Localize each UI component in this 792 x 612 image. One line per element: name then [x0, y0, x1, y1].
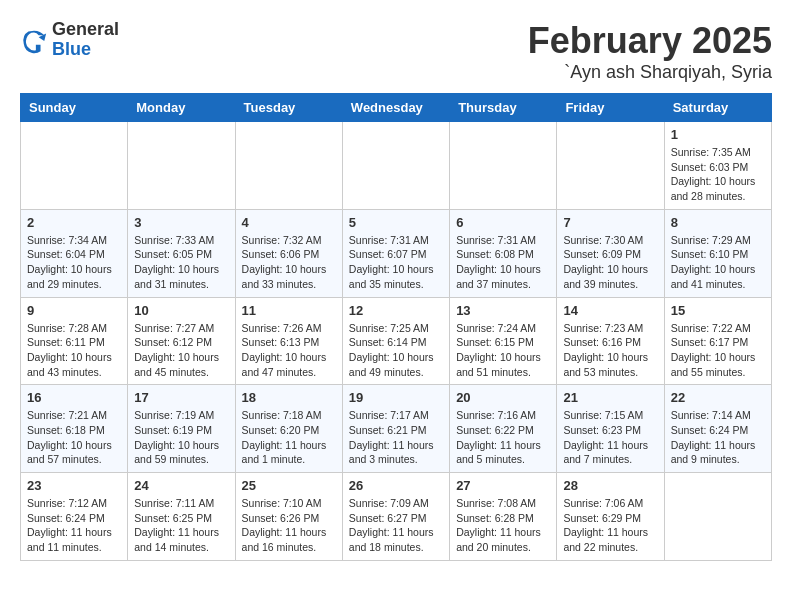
calendar-header-monday: Monday [128, 94, 235, 122]
page-header: General Blue February 2025 `Ayn ash Shar… [20, 20, 772, 83]
day-info: Sunrise: 7:18 AM Sunset: 6:20 PM Dayligh… [242, 408, 336, 467]
day-info: Sunrise: 7:35 AM Sunset: 6:03 PM Dayligh… [671, 145, 765, 204]
calendar-cell: 15Sunrise: 7:22 AM Sunset: 6:17 PM Dayli… [664, 297, 771, 385]
calendar-cell: 26Sunrise: 7:09 AM Sunset: 6:27 PM Dayli… [342, 473, 449, 561]
day-info: Sunrise: 7:29 AM Sunset: 6:10 PM Dayligh… [671, 233, 765, 292]
day-info: Sunrise: 7:16 AM Sunset: 6:22 PM Dayligh… [456, 408, 550, 467]
calendar-cell: 18Sunrise: 7:18 AM Sunset: 6:20 PM Dayli… [235, 385, 342, 473]
day-number: 23 [27, 478, 121, 493]
day-info: Sunrise: 7:10 AM Sunset: 6:26 PM Dayligh… [242, 496, 336, 555]
day-number: 18 [242, 390, 336, 405]
day-info: Sunrise: 7:14 AM Sunset: 6:24 PM Dayligh… [671, 408, 765, 467]
day-info: Sunrise: 7:21 AM Sunset: 6:18 PM Dayligh… [27, 408, 121, 467]
logo-text: General Blue [52, 20, 119, 60]
calendar-cell: 11Sunrise: 7:26 AM Sunset: 6:13 PM Dayli… [235, 297, 342, 385]
month-title: February 2025 [528, 20, 772, 62]
calendar-cell: 21Sunrise: 7:15 AM Sunset: 6:23 PM Dayli… [557, 385, 664, 473]
day-number: 19 [349, 390, 443, 405]
calendar-header-tuesday: Tuesday [235, 94, 342, 122]
day-info: Sunrise: 7:24 AM Sunset: 6:15 PM Dayligh… [456, 321, 550, 380]
day-info: Sunrise: 7:27 AM Sunset: 6:12 PM Dayligh… [134, 321, 228, 380]
day-number: 10 [134, 303, 228, 318]
day-number: 13 [456, 303, 550, 318]
logo-icon [20, 26, 48, 54]
calendar-cell: 9Sunrise: 7:28 AM Sunset: 6:11 PM Daylig… [21, 297, 128, 385]
day-number: 28 [563, 478, 657, 493]
calendar-week-5: 23Sunrise: 7:12 AM Sunset: 6:24 PM Dayli… [21, 473, 772, 561]
calendar-cell: 10Sunrise: 7:27 AM Sunset: 6:12 PM Dayli… [128, 297, 235, 385]
calendar: SundayMondayTuesdayWednesdayThursdayFrid… [20, 93, 772, 561]
calendar-header-thursday: Thursday [450, 94, 557, 122]
day-number: 8 [671, 215, 765, 230]
calendar-cell [235, 122, 342, 210]
calendar-cell: 4Sunrise: 7:32 AM Sunset: 6:06 PM Daylig… [235, 209, 342, 297]
calendar-cell: 20Sunrise: 7:16 AM Sunset: 6:22 PM Dayli… [450, 385, 557, 473]
calendar-cell [450, 122, 557, 210]
day-number: 9 [27, 303, 121, 318]
calendar-cell: 1Sunrise: 7:35 AM Sunset: 6:03 PM Daylig… [664, 122, 771, 210]
calendar-cell: 14Sunrise: 7:23 AM Sunset: 6:16 PM Dayli… [557, 297, 664, 385]
day-number: 24 [134, 478, 228, 493]
day-number: 14 [563, 303, 657, 318]
calendar-cell: 28Sunrise: 7:06 AM Sunset: 6:29 PM Dayli… [557, 473, 664, 561]
day-info: Sunrise: 7:15 AM Sunset: 6:23 PM Dayligh… [563, 408, 657, 467]
calendar-cell [128, 122, 235, 210]
day-info: Sunrise: 7:30 AM Sunset: 6:09 PM Dayligh… [563, 233, 657, 292]
calendar-cell: 12Sunrise: 7:25 AM Sunset: 6:14 PM Dayli… [342, 297, 449, 385]
day-info: Sunrise: 7:11 AM Sunset: 6:25 PM Dayligh… [134, 496, 228, 555]
calendar-cell: 25Sunrise: 7:10 AM Sunset: 6:26 PM Dayli… [235, 473, 342, 561]
calendar-cell [557, 122, 664, 210]
title-block: February 2025 `Ayn ash Sharqiyah, Syria [528, 20, 772, 83]
calendar-week-4: 16Sunrise: 7:21 AM Sunset: 6:18 PM Dayli… [21, 385, 772, 473]
calendar-header-row: SundayMondayTuesdayWednesdayThursdayFrid… [21, 94, 772, 122]
day-info: Sunrise: 7:12 AM Sunset: 6:24 PM Dayligh… [27, 496, 121, 555]
calendar-header-wednesday: Wednesday [342, 94, 449, 122]
day-number: 7 [563, 215, 657, 230]
logo-blue: Blue [52, 40, 119, 60]
day-number: 27 [456, 478, 550, 493]
day-number: 22 [671, 390, 765, 405]
day-number: 3 [134, 215, 228, 230]
day-info: Sunrise: 7:17 AM Sunset: 6:21 PM Dayligh… [349, 408, 443, 467]
day-info: Sunrise: 7:09 AM Sunset: 6:27 PM Dayligh… [349, 496, 443, 555]
calendar-header-friday: Friday [557, 94, 664, 122]
calendar-cell: 3Sunrise: 7:33 AM Sunset: 6:05 PM Daylig… [128, 209, 235, 297]
location-title: `Ayn ash Sharqiyah, Syria [528, 62, 772, 83]
calendar-cell: 19Sunrise: 7:17 AM Sunset: 6:21 PM Dayli… [342, 385, 449, 473]
day-info: Sunrise: 7:22 AM Sunset: 6:17 PM Dayligh… [671, 321, 765, 380]
day-info: Sunrise: 7:31 AM Sunset: 6:08 PM Dayligh… [456, 233, 550, 292]
calendar-week-1: 1Sunrise: 7:35 AM Sunset: 6:03 PM Daylig… [21, 122, 772, 210]
calendar-cell [21, 122, 128, 210]
day-number: 11 [242, 303, 336, 318]
day-number: 15 [671, 303, 765, 318]
day-number: 26 [349, 478, 443, 493]
day-info: Sunrise: 7:31 AM Sunset: 6:07 PM Dayligh… [349, 233, 443, 292]
day-number: 12 [349, 303, 443, 318]
day-number: 17 [134, 390, 228, 405]
day-number: 4 [242, 215, 336, 230]
calendar-week-2: 2Sunrise: 7:34 AM Sunset: 6:04 PM Daylig… [21, 209, 772, 297]
day-info: Sunrise: 7:28 AM Sunset: 6:11 PM Dayligh… [27, 321, 121, 380]
day-number: 21 [563, 390, 657, 405]
calendar-cell: 13Sunrise: 7:24 AM Sunset: 6:15 PM Dayli… [450, 297, 557, 385]
day-number: 16 [27, 390, 121, 405]
day-number: 1 [671, 127, 765, 142]
calendar-cell: 22Sunrise: 7:14 AM Sunset: 6:24 PM Dayli… [664, 385, 771, 473]
calendar-cell: 23Sunrise: 7:12 AM Sunset: 6:24 PM Dayli… [21, 473, 128, 561]
day-number: 25 [242, 478, 336, 493]
day-number: 2 [27, 215, 121, 230]
day-info: Sunrise: 7:25 AM Sunset: 6:14 PM Dayligh… [349, 321, 443, 380]
calendar-cell: 17Sunrise: 7:19 AM Sunset: 6:19 PM Dayli… [128, 385, 235, 473]
day-number: 5 [349, 215, 443, 230]
day-info: Sunrise: 7:08 AM Sunset: 6:28 PM Dayligh… [456, 496, 550, 555]
day-info: Sunrise: 7:33 AM Sunset: 6:05 PM Dayligh… [134, 233, 228, 292]
calendar-cell [664, 473, 771, 561]
calendar-header-saturday: Saturday [664, 94, 771, 122]
calendar-week-3: 9Sunrise: 7:28 AM Sunset: 6:11 PM Daylig… [21, 297, 772, 385]
day-number: 6 [456, 215, 550, 230]
logo: General Blue [20, 20, 119, 60]
day-info: Sunrise: 7:06 AM Sunset: 6:29 PM Dayligh… [563, 496, 657, 555]
day-number: 20 [456, 390, 550, 405]
day-info: Sunrise: 7:23 AM Sunset: 6:16 PM Dayligh… [563, 321, 657, 380]
calendar-cell: 24Sunrise: 7:11 AM Sunset: 6:25 PM Dayli… [128, 473, 235, 561]
